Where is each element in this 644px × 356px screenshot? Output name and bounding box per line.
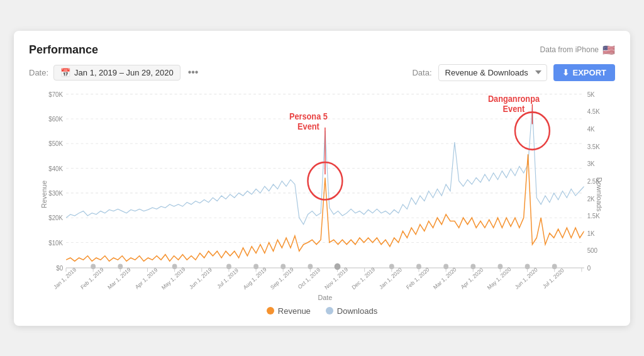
svg-point-76 [253,264,258,269]
export-button[interactable]: ⬇ EXPORT [553,64,615,81]
toolbar: Date: 📅 Jan 1, 2019 – Jun 29, 2020 ••• D… [29,64,615,81]
legend-label-revenue: Revenue [278,306,311,316]
date-range-value-text: Jan 1, 2019 – Jun 29, 2020 [74,68,174,77]
svg-point-73 [118,264,123,269]
svg-text:$50K: $50K [48,140,63,147]
svg-text:Oct 1, 2019: Oct 1, 2019 [297,266,321,290]
svg-text:Mar 1, 2020: Mar 1, 2020 [432,266,457,291]
chart-container: Revenue Downloads $70K [35,87,609,301]
date-range-section: Date: 📅 Jan 1, 2019 – Jun 29, 2020 ••• [29,65,201,81]
svg-text:Persona 5: Persona 5 [289,111,328,121]
svg-text:Feb 1, 2020: Feb 1, 2020 [405,266,430,291]
svg-text:Sep 1, 2019: Sep 1, 2019 [269,265,295,290]
data-source-text: Data from iPhone [540,45,599,54]
svg-text:2.5K: 2.5K [587,177,600,184]
svg-text:2K: 2K [587,195,595,202]
calendar-icon: 📅 [60,68,70,77]
svg-text:Apr 1, 2020: Apr 1, 2020 [460,266,484,290]
svg-text:Aug 1, 2019: Aug 1, 2019 [242,265,268,290]
svg-text:$60K: $60K [48,115,63,122]
svg-text:$70K: $70K [48,91,63,97]
svg-text:500: 500 [587,247,598,254]
svg-point-75 [226,264,231,269]
page-title: Performance [29,43,98,57]
more-options-button[interactable]: ••• [186,67,201,78]
svg-text:Jun 1, 2020: Jun 1, 2020 [514,266,539,290]
svg-text:Jul 1, 2020: Jul 1, 2020 [541,267,565,289]
svg-point-72 [91,264,96,269]
svg-text:Event: Event [503,104,525,114]
svg-text:3.5K: 3.5K [587,143,600,150]
svg-point-84 [497,264,502,269]
svg-text:4K: 4K [587,125,595,132]
svg-text:$30K: $30K [48,189,63,196]
chart-area: $70K $60K $50K $40K $30K $20K $10K $0 5K… [35,87,609,301]
performance-card: Performance Data from iPhone 🇺🇸 Date: 📅 … [14,31,630,326]
svg-point-79 [335,263,341,270]
export-icon: ⬇ [562,68,569,77]
svg-text:Date: Date [318,293,333,301]
svg-text:May 1, 2020: May 1, 2020 [486,265,512,291]
legend-dot-revenue [267,307,274,314]
svg-text:0: 0 [587,264,591,271]
data-source-info: Data from iPhone 🇺🇸 [540,44,615,56]
svg-point-77 [280,264,286,269]
export-label: EXPORT [573,68,606,77]
legend-dot-downloads [326,307,333,314]
svg-text:$20K: $20K [48,214,63,221]
chart-svg: $70K $60K $50K $40K $30K $20K $10K $0 5K… [35,87,609,301]
svg-point-86 [552,264,557,269]
data-type-select[interactable]: Revenue & Downloads Revenue Downloads [438,64,547,81]
svg-point-80 [389,264,394,269]
svg-text:Danganronpa: Danganronpa [488,94,540,104]
svg-text:1.5K: 1.5K [587,212,600,219]
svg-text:Event: Event [297,121,319,131]
svg-text:Jan 1, 2020: Jan 1, 2020 [378,266,403,290]
legend-label-downloads: Downloads [337,306,377,316]
svg-text:Feb 1, 2019: Feb 1, 2019 [79,266,104,291]
svg-point-83 [470,264,475,269]
svg-text:$10K: $10K [48,239,63,246]
svg-point-81 [416,264,421,269]
svg-text:1K: 1K [587,230,595,236]
svg-text:May 1, 2019: May 1, 2019 [160,265,186,291]
date-label: Date: [29,68,48,77]
svg-text:Mar 1, 2019: Mar 1, 2019 [106,266,131,291]
svg-text:3K: 3K [587,160,595,167]
legend-item-downloads: Downloads [326,306,377,316]
svg-text:$40K: $40K [48,165,63,172]
card-header: Performance Data from iPhone 🇺🇸 [29,43,615,57]
svg-text:Nov 1, 2019: Nov 1, 2019 [323,265,349,290]
svg-text:Dec 1, 2019: Dec 1, 2019 [351,265,377,290]
svg-point-82 [443,264,448,269]
chart-legend: Revenue Downloads [29,306,615,316]
svg-text:4.5K: 4.5K [587,108,600,115]
data-select-label: Data: [412,68,431,77]
country-flag: 🇺🇸 [602,44,615,56]
right-toolbar: Data: Revenue & Downloads Revenue Downlo… [412,64,615,81]
legend-item-revenue: Revenue [267,306,311,316]
date-range-picker[interactable]: 📅 Jan 1, 2019 – Jun 29, 2020 [53,65,180,81]
svg-text:Jun 1, 2019: Jun 1, 2019 [188,266,213,290]
svg-text:Apr 1, 2019: Apr 1, 2019 [134,266,158,290]
svg-text:Jul 1, 2019: Jul 1, 2019 [216,267,240,289]
svg-text:$0: $0 [56,264,63,271]
svg-point-78 [308,264,313,269]
svg-point-85 [525,264,530,269]
svg-text:5K: 5K [587,91,595,97]
svg-point-74 [172,264,177,269]
